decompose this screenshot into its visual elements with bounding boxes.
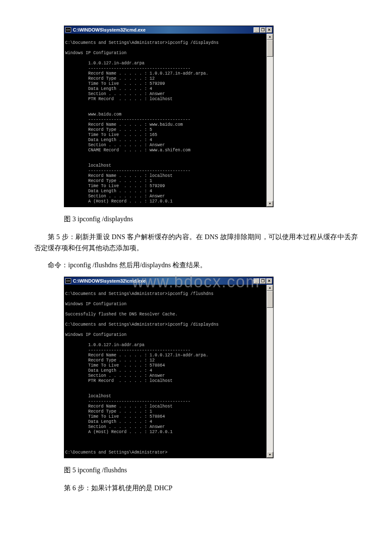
terminal-output: C:\Documents and Settings\Administrator>… bbox=[64, 285, 266, 458]
window-buttons: _ ❐ ✕ bbox=[254, 27, 272, 33]
scroll-down-icon[interactable]: ▼ bbox=[267, 452, 273, 458]
terminal-output: C:\Documents and Settings\Administrator>… bbox=[64, 34, 266, 207]
scrollbar[interactable]: ▲ ▼ bbox=[266, 285, 273, 458]
scroll-up-icon[interactable]: ▲ bbox=[267, 34, 273, 40]
figure-caption-5: 图 5 ipconfig /flushdns bbox=[64, 466, 358, 475]
cmd-window-1: cv C:\WINDOWS\system32\cmd.exe _ ❐ ✕ C:\… bbox=[64, 26, 274, 207]
maximize-button[interactable]: ❐ bbox=[260, 27, 266, 33]
scroll-down-icon[interactable]: ▼ bbox=[267, 201, 273, 207]
scroll-track[interactable] bbox=[267, 291, 273, 452]
figure-caption-3: 图 3 ipconfig /displaydns bbox=[64, 215, 358, 224]
cmd-icon: cv bbox=[65, 27, 71, 32]
cmd-window-2: cv C:\WINDOWS\system32\cmd.exe _ ❐ ✕ C:\… bbox=[64, 277, 274, 458]
scroll-up-icon[interactable]: ▲ bbox=[267, 285, 273, 291]
window-title: C:\WINDOWS\system32\cmd.exe bbox=[73, 27, 146, 32]
command-paragraph: 命令：ipconfig /flushdns 然后用/displaydns 检查结… bbox=[34, 260, 358, 271]
minimize-button[interactable]: _ bbox=[254, 27, 259, 33]
titlebar: cv C:\WINDOWS\system32\cmd.exe _ ❐ ✕ bbox=[64, 277, 273, 285]
close-button[interactable]: ✕ bbox=[266, 27, 272, 33]
titlebar: cv C:\WINDOWS\system32\cmd.exe _ ❐ ✕ bbox=[64, 26, 273, 34]
minimize-button[interactable]: _ bbox=[254, 278, 259, 284]
maximize-button[interactable]: ❐ bbox=[260, 278, 266, 284]
scroll-track[interactable] bbox=[267, 40, 273, 201]
step6-paragraph: 第 6 步：如果计算机使用的是 DHCP bbox=[64, 483, 358, 494]
cmd-icon: cv bbox=[65, 278, 71, 283]
step5-paragraph: 第 5 步：刷新并重设 DNS 客户解析缓存的内容。在 DNS 故障排除期间，可… bbox=[34, 231, 358, 254]
window-title: C:\WINDOWS\system32\cmd.exe bbox=[73, 278, 146, 283]
scroll-thumb[interactable] bbox=[267, 40, 273, 57]
window-buttons: _ ❐ ✕ bbox=[254, 278, 272, 284]
close-button[interactable]: ✕ bbox=[266, 278, 272, 284]
scroll-thumb[interactable] bbox=[267, 291, 273, 308]
scrollbar[interactable]: ▲ ▼ bbox=[266, 34, 273, 207]
